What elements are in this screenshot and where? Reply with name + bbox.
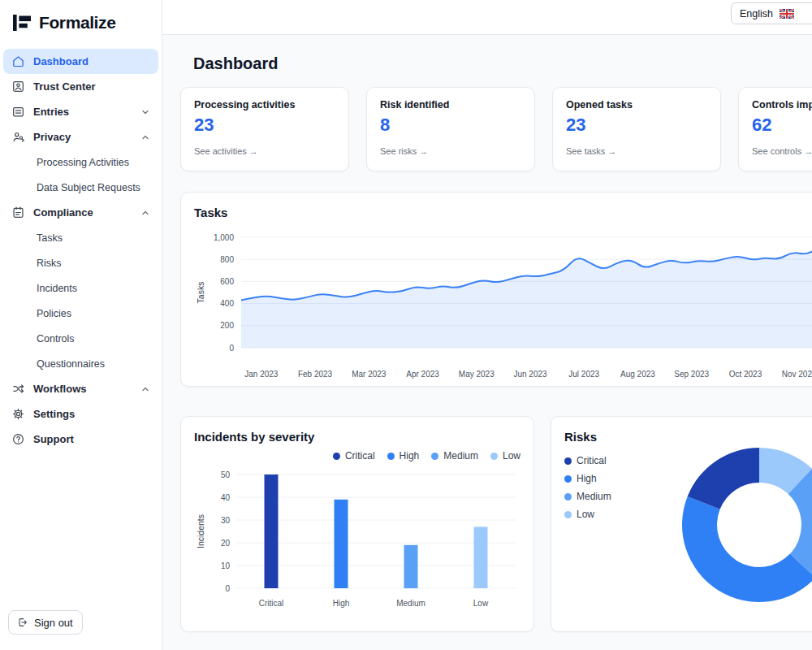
risks-chart-card: Risks CriticalHighMediumLow: [551, 416, 812, 632]
sidebar-nav: Dashboard Trust Center Entries: [0, 49, 162, 610]
risks-donut-chart: [680, 445, 812, 608]
sidebar-subitem-tasks[interactable]: Tasks: [3, 225, 158, 250]
legend-label: Medium: [443, 450, 478, 462]
svg-text:20: 20: [221, 539, 231, 548]
main-area: English Dashboard Processing activities …: [162, 0, 812, 650]
tasks-line-chart: 02004006008001,000Jan 2023Feb 2023Mar 20…: [194, 224, 812, 387]
legend-label: Low: [503, 450, 520, 462]
clipboard-icon: [11, 206, 25, 219]
see-controls-link[interactable]: See controls →: [752, 146, 812, 156]
incidents-chart-title: Incidents by severity: [194, 430, 520, 444]
svg-text:Feb 2023: Feb 2023: [298, 370, 333, 379]
svg-text:Apr 2023: Apr 2023: [406, 370, 439, 379]
sidebar-item-label: Entries: [33, 106, 69, 118]
legend-item-medium: Medium: [564, 491, 668, 502]
bottom-charts-row: Incidents by severity CriticalHighMedium…: [180, 416, 812, 632]
sidebar-subitem-label: Policies: [37, 308, 71, 319]
sidebar-subitem-label: Incidents: [37, 283, 77, 294]
svg-text:Tasks: Tasks: [196, 282, 205, 304]
sidebar-item-label: Settings: [33, 408, 75, 420]
sidebar-item-settings[interactable]: Settings: [3, 401, 158, 427]
legend-item-critical: Critical: [564, 455, 668, 466]
sidebar-subitem-label: Questionnaires: [37, 358, 105, 370]
tasks-chart-title: Tasks: [194, 206, 812, 219]
svg-text:50: 50: [221, 470, 231, 479]
stat-value: 23: [194, 115, 335, 136]
sidebar-subitem-label: Risks: [37, 258, 62, 269]
sidebar-item-compliance[interactable]: Compliance: [3, 200, 158, 225]
language-selector[interactable]: English: [731, 2, 812, 24]
formalize-logo-icon: [11, 12, 32, 33]
stat-card-controls-implemented: Controls implemented 62 See controls →: [738, 87, 812, 171]
svg-text:200: 200: [220, 321, 234, 330]
svg-text:May 2023: May 2023: [459, 370, 495, 379]
stat-value: 62: [752, 115, 812, 136]
sidebar-item-support[interactable]: Support: [3, 427, 158, 452]
sidebar-subitem-policies[interactable]: Policies: [3, 301, 158, 326]
svg-text:800: 800: [220, 255, 234, 264]
sidebar-subitem-data-subject-requests[interactable]: Data Subject Requests: [3, 175, 158, 200]
legend-dot: [564, 511, 572, 518]
sidebar-item-label: Privacy: [33, 131, 71, 143]
sign-out-button[interactable]: Sign out: [8, 610, 83, 635]
see-activities-link[interactable]: See activities →: [194, 146, 335, 156]
stat-label: Processing activities: [194, 99, 335, 110]
workflow-icon: [11, 382, 25, 396]
sidebar-subitem-incidents[interactable]: Incidents: [3, 275, 158, 301]
sidebar-subitem-risks[interactable]: Risks: [3, 250, 158, 275]
sidebar-item-trust-center[interactable]: Trust Center: [3, 74, 158, 99]
incidents-bar-chart: 01020304050CriticalHighMediumLowIncident…: [194, 466, 520, 621]
gear-icon: [11, 407, 25, 421]
incidents-chart-card: Incidents by severity CriticalHighMedium…: [180, 416, 534, 632]
legend-label: Critical: [577, 455, 607, 466]
legend-item-high: High: [564, 473, 668, 484]
sidebar-item-label: Workflows: [33, 383, 87, 395]
svg-text:Low: Low: [473, 599, 489, 608]
svg-text:Jun 2023: Jun 2023: [513, 370, 547, 379]
help-icon: [11, 432, 25, 446]
badge-user-icon: [11, 80, 25, 93]
legend-item-low: Low: [490, 450, 520, 462]
brand-logo: Formalize: [0, 0, 162, 49]
stat-label: Controls implemented: [752, 99, 812, 110]
uk-flag-icon: [780, 9, 794, 19]
chevron-up-icon: [140, 132, 150, 142]
user-key-icon: [11, 130, 25, 144]
risks-chart-body: CriticalHighMediumLow: [564, 444, 812, 608]
sidebar-subitem-questionnaires[interactable]: Questionnaires: [3, 351, 158, 376]
legend-dot: [564, 475, 572, 483]
legend-dot: [387, 453, 395, 460]
sidebar-item-dashboard[interactable]: Dashboard: [3, 49, 158, 74]
topbar: English: [162, 0, 812, 35]
svg-text:30: 30: [221, 516, 231, 525]
sidebar-item-label: Compliance: [33, 206, 93, 219]
risks-chart-title: Risks: [564, 430, 812, 444]
chevron-up-icon: [140, 384, 150, 394]
stat-label: Opened tasks: [566, 99, 707, 110]
svg-text:Jan 2023: Jan 2023: [244, 370, 279, 379]
svg-text:Medium: Medium: [396, 599, 425, 608]
sidebar-item-entries[interactable]: Entries: [3, 99, 158, 124]
svg-text:0: 0: [225, 584, 230, 593]
sidebar-subitem-processing-activities[interactable]: Processing Activities: [3, 150, 158, 175]
sidebar-subitem-label: Processing Activities: [37, 157, 129, 168]
legend-label: Critical: [345, 450, 375, 462]
sidebar-item-workflows[interactable]: Workflows: [3, 376, 158, 401]
legend-label: High: [577, 473, 597, 484]
sidebar-subitem-label: Data Subject Requests: [37, 182, 140, 193]
app-window: Formalize Dashboard Trust Center: [0, 0, 812, 650]
brand-name: Formalize: [39, 13, 115, 32]
chevron-down-icon: [140, 107, 150, 117]
sidebar-item-privacy[interactable]: Privacy: [3, 124, 158, 150]
see-tasks-link[interactable]: See tasks →: [566, 146, 707, 156]
see-risks-link[interactable]: See risks →: [380, 146, 521, 156]
tasks-chart-card: Tasks 02004006008001,000Jan 2023Feb 2023…: [180, 192, 812, 387]
sidebar-item-label: Dashboard: [33, 55, 89, 67]
legend-dot: [431, 453, 438, 460]
chevron-up-icon: [140, 208, 150, 218]
stat-value: 23: [566, 115, 707, 136]
language-label: English: [740, 8, 773, 20]
sidebar-subitem-controls[interactable]: Controls: [3, 326, 158, 351]
svg-text:Incidents: Incidents: [196, 514, 205, 548]
stat-label: Risk identified: [380, 99, 521, 110]
